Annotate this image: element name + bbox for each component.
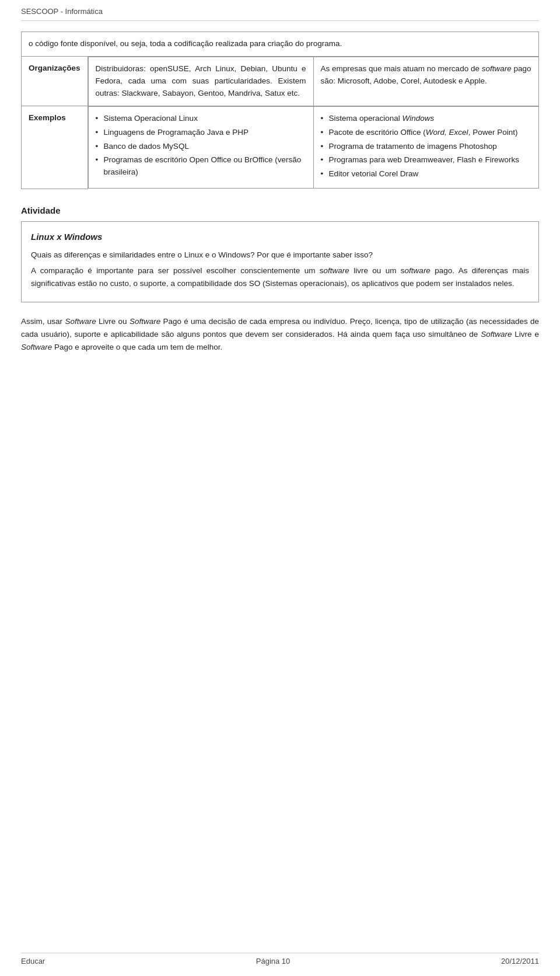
exemplos-left-list: Sistema Operacional Linux Linguagens de … [96,113,306,179]
exemplos-content: Sistema Operacional Linux Linguagens de … [88,106,538,189]
software-italic-4: Software [130,317,160,326]
footer-center: Página 10 [256,957,290,965]
organizacoes-left: Distribuidoras: openSUSE, Arch Linux, De… [88,57,313,106]
exemplos-right-list: Sistema operacional Windows Pacote de es… [321,113,531,181]
organizacoes-right: As empresas que mais atuam no mercado de… [313,57,538,106]
body-paragraph-1: Assim, usar Software Livre ou Software P… [21,315,539,354]
organizacoes-label: Organizações [22,56,88,106]
software-italic-6: Software [21,343,52,351]
activity-box-question: Quais as diferenças e similaridades entr… [31,249,529,262]
activity-box: Linux x Windows Quais as diferenças e si… [21,221,539,302]
exemplos-label: Exemplos [22,106,88,189]
table-row-organizacoes: Organizações Distribuidoras: openSUSE, A… [22,56,539,106]
software-italic: software [482,64,512,73]
list-item: Programas para web Dreamweaver, Flash e … [321,154,531,166]
list-item: Linguagens de Programação Java e PHP [96,127,306,139]
activity-box-title: Linux x Windows [31,230,529,244]
activity-section-title: Atividade [21,205,539,215]
list-item: Sistema operacional Windows [321,113,531,125]
list-item: Banco de dados MySQL [96,141,306,153]
software-italic-5: Software [481,330,512,339]
list-item: Sistema Operacional Linux [96,113,306,125]
top-row-text: o código fonte disponível, ou seja, toda… [29,39,342,48]
list-item: Programas de escritório Open Office ou B… [96,154,306,179]
list-item: Pacote de escritório Office (Word, Excel… [321,127,531,139]
list-item: Programa de tratamento de imagens Photos… [321,141,531,153]
organizacoes-right-text1: As empresas que mais atuam no mercado de… [321,64,531,85]
activity-box-paragraph: A comparação é importante para ser possí… [31,264,529,290]
top-row-cell: o código fonte disponível, ou seja, toda… [22,32,539,57]
page-header: SESCOOP - Informática [21,0,539,21]
footer-left: Educar [21,957,45,965]
page: SESCOOP - Informática o código fonte dis… [0,0,560,976]
page-footer: Educar Página 10 20/12/2011 [21,953,539,965]
exemplos-right: Sistema operacional Windows Pacote de es… [313,106,538,189]
exemplos-left: Sistema Operacional Linux Linguagens de … [88,106,313,189]
header-title: SESCOOP - Informática [21,7,103,16]
footer-right: 20/12/2011 [501,957,539,965]
software-italic-3: Software [65,317,96,326]
software-italic-2: oftware [405,266,430,275]
list-item: Editor vetorial Corel Draw [321,168,531,180]
software-italic-1: oftware [324,266,349,275]
table-row-top: o código fonte disponível, ou seja, toda… [22,32,539,57]
question-text: Quais as diferenças e similaridades entr… [31,250,373,259]
main-table: o código fonte disponível, ou seja, toda… [21,32,539,189]
table-row-exemplos: Exemplos Sistema Operacional Linux Lingu… [22,106,539,189]
organizacoes-left-text: Distribuidoras: openSUSE, Arch Linux, De… [96,64,306,97]
activity-section: Atividade Linux x Windows Quais as difer… [21,205,539,302]
organizacoes-content: Distribuidoras: openSUSE, Arch Linux, De… [88,56,538,106]
